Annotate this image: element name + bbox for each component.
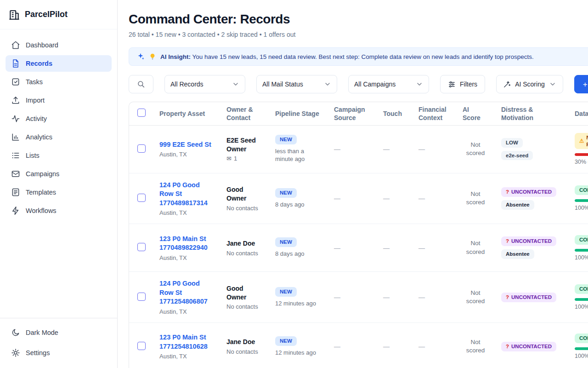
row-checkbox[interactable] (137, 293, 146, 301)
quality-label: 100% complete (575, 353, 588, 359)
property-location: Austin, TX (159, 151, 214, 158)
sidebar-item-settings[interactable]: Settings (6, 344, 112, 362)
stage-badge: NEW (275, 237, 297, 247)
quality-progress (575, 153, 588, 156)
uncontacted-badge: ? UNCONTACTED (501, 342, 556, 351)
uncontacted-badge: ? UNCONTACTED (501, 236, 556, 246)
stage-badge: NEW (275, 135, 297, 144)
warning-icon: ⚠ (579, 138, 584, 144)
question-icon: ? (506, 238, 509, 245)
distress-badge: LOW (501, 138, 523, 148)
chevron-down-icon (416, 80, 423, 88)
plus-icon: + (583, 80, 588, 88)
table-row[interactable]: 123 P0 Main St 1770489822940 Austin, TX … (129, 224, 588, 272)
page-title: Command Center: Records (129, 12, 588, 27)
mail-status-filter-value: All Mail Status (262, 80, 303, 88)
sidebar-item-records[interactable]: Records (6, 55, 112, 72)
financial-context-cell: — (412, 272, 456, 323)
table-row[interactable]: 123 P0 Main St 1771254810628 Austin, TX … (129, 322, 588, 368)
touch-cell: — (377, 173, 412, 224)
quality-label: 100% complete (575, 304, 588, 310)
sidebar-item-label: Templates (26, 189, 56, 196)
property-location: Austin, TX (159, 308, 214, 315)
quality-label: 100% complete (575, 205, 588, 211)
stage-time: 8 days ago (275, 250, 321, 258)
property-link[interactable]: 124 P0 Good Row St 1770489817314 (159, 181, 214, 208)
sidebar-item-templates[interactable]: Templates (6, 184, 112, 201)
sidebar-item-label: Import (26, 97, 45, 104)
col-owner-contact: Owner & Contact (220, 102, 269, 125)
col-pipeline-stage: Pipeline Stage (269, 102, 328, 125)
campaign-filter[interactable]: All Campaigns (348, 75, 429, 93)
sidebar-item-label: Campaigns (26, 170, 59, 178)
building-logo-icon (8, 9, 20, 21)
new-record-button[interactable]: + New Record (574, 75, 588, 93)
sidebar-item-workflows[interactable]: Workflows (6, 202, 112, 219)
sidebar: ParcelPilot Dashboard Records Tasks Impo… (0, 0, 118, 368)
stage-time: 8 days ago (275, 201, 321, 209)
filters-label: Filters (460, 80, 477, 88)
record-type-filter[interactable]: All Records (164, 75, 245, 93)
row-checkbox[interactable] (137, 144, 146, 153)
property-location: Austin, TX (159, 353, 214, 360)
table-row[interactable]: 124 P0 Good Row St 1771254806807 Austin,… (129, 272, 588, 323)
ai-scoring-button[interactable]: AI Scoring (496, 75, 563, 93)
select-all-checkbox[interactable] (137, 109, 146, 117)
filters-button[interactable]: Filters (440, 75, 485, 93)
quality-badge: COMPLETE (575, 185, 588, 195)
row-checkbox[interactable] (137, 194, 146, 202)
envelope-icon: ✉ (226, 155, 232, 162)
sidebar-item-tasks[interactable]: Tasks (6, 74, 112, 90)
contact-note: No contacts (226, 303, 262, 310)
app-title: ParcelPilot (25, 10, 68, 19)
moon-icon (11, 328, 20, 337)
sidebar-item-import[interactable]: Import (6, 92, 112, 109)
quality-progress (575, 347, 588, 350)
sidebar-item-label: Records (26, 60, 52, 67)
owner-name: E2E Seed Owner (226, 136, 262, 154)
owner-name: Good Owner (226, 185, 262, 203)
campaign-source-cell: — (328, 272, 377, 323)
campaign-source-cell: — (328, 322, 377, 368)
ai-score-cell: Not scored (456, 173, 495, 224)
ai-score-cell: Not scored (456, 224, 495, 272)
sidebar-item-dashboard[interactable]: Dashboard (6, 37, 112, 53)
sidebar-item-campaigns[interactable]: Campaigns (6, 166, 112, 182)
sparkles-icon (136, 52, 145, 61)
ai-scoring-label: AI Scoring (515, 80, 545, 88)
campaign-source-cell: — (328, 173, 377, 224)
distress-badge: e2e-seed (501, 151, 533, 161)
contact-count: ✉ 1 (226, 155, 262, 162)
record-type-filter-value: All Records (170, 80, 204, 88)
app-logo: ParcelPilot (0, 0, 117, 29)
row-checkbox[interactable] (137, 243, 146, 251)
row-checkbox[interactable] (137, 342, 146, 350)
table-row[interactable]: 124 P0 Good Row St 1770489817314 Austin,… (129, 173, 588, 224)
quality-badge: COMPLETE (575, 235, 588, 245)
financial-context-cell: — (412, 224, 456, 272)
bar-chart-icon (11, 132, 20, 142)
sidebar-item-analytics[interactable]: Analytics (6, 129, 112, 145)
dark-mode-label: Dark Mode (26, 329, 58, 336)
quality-label: 30% complete (575, 159, 588, 165)
col-property-asset: Property Asset (153, 102, 220, 125)
stage-time: less than a minute ago (275, 147, 321, 163)
mail-status-filter[interactable]: All Mail Status (256, 75, 337, 93)
chevron-down-icon (324, 80, 331, 88)
property-link[interactable]: 999 E2E Seed St (159, 140, 214, 150)
campaign-source-cell: — (328, 125, 377, 173)
financial-context-cell: — (412, 173, 456, 224)
sidebar-item-label: Dashboard (26, 41, 58, 49)
sidebar-item-activity[interactable]: Activity (6, 110, 112, 127)
main-content: Command Center: Records 26 total • 15 ne… (118, 0, 588, 368)
property-link[interactable]: 123 P0 Main St 1771254810628 (159, 333, 214, 351)
table-row[interactable]: 999 E2E Seed St Austin, TX E2E Seed Owne… (129, 125, 588, 173)
touch-cell: — (377, 125, 412, 173)
sidebar-item-lists[interactable]: Lists (6, 147, 112, 164)
search-button[interactable] (129, 75, 153, 93)
property-link[interactable]: 124 P0 Good Row St 1771254806807 (159, 279, 214, 306)
dark-mode-toggle[interactable]: Dark Mode (6, 324, 112, 341)
question-icon: ? (506, 343, 509, 350)
upload-icon (11, 96, 20, 105)
property-link[interactable]: 123 P0 Main St 1770489822940 (159, 235, 214, 253)
